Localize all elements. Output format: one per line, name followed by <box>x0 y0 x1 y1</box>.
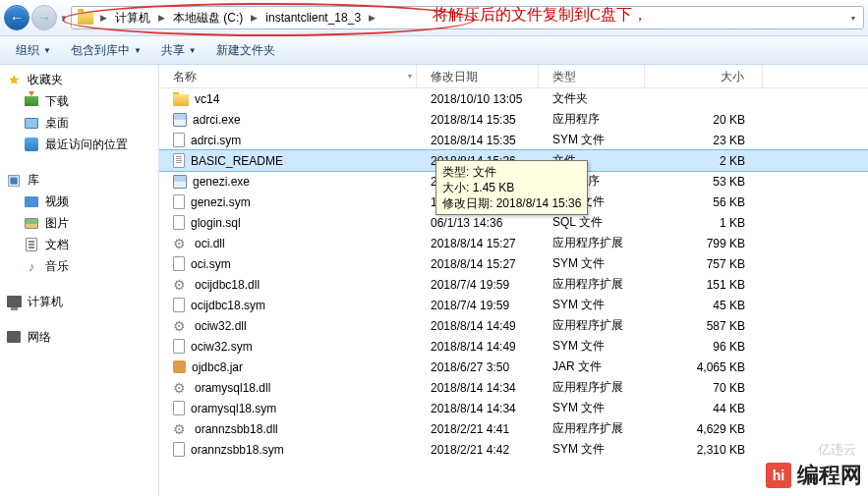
chevron-right-icon[interactable]: ▶ <box>248 13 260 23</box>
organize-button[interactable]: 组织▼ <box>8 39 59 62</box>
sidebar-label: 音乐 <box>45 258 69 275</box>
file-size: 4,629 KB <box>645 422 763 436</box>
network-icon <box>6 329 22 345</box>
file-size: 45 KB <box>645 299 763 312</box>
back-button[interactable]: ← <box>4 5 29 30</box>
breadcrumb-segment[interactable]: 计算机 <box>110 7 155 28</box>
file-name: ociw32.dll <box>195 319 247 333</box>
sidebar-item-downloads[interactable]: 下载 <box>0 90 158 112</box>
file-row[interactable]: oramysql18.dll2018/8/14 14:34应用程序扩展70 KB <box>159 377 868 398</box>
sidebar-label: 图片 <box>45 215 69 232</box>
sidebar-item-computer[interactable]: 计算机 <box>0 291 158 312</box>
sidebar-libraries: ▣库 视频 图片 文档 ♪音乐 <box>0 169 158 277</box>
address-dropdown[interactable]: ▾ <box>845 14 861 23</box>
file-row[interactable]: ociw32.sym2018/8/14 14:49SYM 文件96 KB <box>159 336 868 357</box>
sidebar-item-recent[interactable]: 最近访问的位置 <box>0 134 158 155</box>
file-row[interactable]: oci.sym2018/8/14 15:27SYM 文件757 KB <box>159 253 868 274</box>
file-row[interactable]: ociw32.dll2018/8/14 14:49应用程序扩展587 KB <box>159 315 868 336</box>
forward-button[interactable]: → <box>31 5 57 30</box>
sidebar-network-group: 网络 <box>0 326 158 348</box>
new-folder-button[interactable]: 新建文件夹 <box>208 39 283 62</box>
file-size: 151 KB <box>645 278 763 292</box>
chevron-right-icon[interactable]: ▶ <box>155 13 168 23</box>
file-type: JAR 文件 <box>539 358 645 375</box>
nav-history-dropdown[interactable]: ▼ <box>59 5 69 30</box>
file-type: SYM 文件 <box>539 338 645 355</box>
file-row[interactable]: ocijdbc18.sym2018/7/4 19:59SYM 文件45 KB <box>159 295 868 315</box>
sidebar-favorites: ★收藏夹 下载 桌面 最近访问的位置 <box>0 69 158 155</box>
chevron-right-icon[interactable]: ▶ <box>366 13 378 23</box>
file-row[interactable]: adrci.sym2018/8/14 15:35SYM 文件23 KB <box>159 130 868 150</box>
file-name-cell: ociw32.dll <box>159 318 417 334</box>
file-name-cell: vc14 <box>159 92 417 106</box>
sidebar-item-pictures[interactable]: 图片 <box>0 212 158 234</box>
file-name: ocijdbc18.dll <box>195 278 260 292</box>
file-type: 应用程序扩展 <box>539 379 645 396</box>
file-rows: vc142018/10/10 13:05文件夹adrci.exe2018/8/1… <box>159 88 868 496</box>
file-row[interactable]: oramysql18.sym2018/8/14 14:34SYM 文件44 KB <box>159 398 868 418</box>
sidebar-label: 桌面 <box>45 115 69 132</box>
watermark-text: 编程网 <box>797 461 862 490</box>
tooltip-date: 修改日期: 2018/8/14 15:36 <box>442 195 581 211</box>
file-size: 44 KB <box>645 402 763 415</box>
file-row[interactable]: ocijdbc18.dll2018/7/4 19:59应用程序扩展151 KB <box>159 274 868 295</box>
file-size: 2 KB <box>645 154 763 168</box>
star-icon: ★ <box>6 72 22 87</box>
col-size[interactable]: 大小 <box>645 65 763 87</box>
breadcrumb-segment[interactable]: instantclient_18_3 <box>260 7 366 28</box>
sidebar-item-desktop[interactable]: 桌面 <box>0 112 158 134</box>
file-row[interactable]: glogin.sql06/1/13 14:36SQL 文件1 KB <box>159 212 868 233</box>
col-name[interactable]: 名称▾ <box>159 65 417 87</box>
sidebar-item-documents[interactable]: 文档 <box>0 234 158 255</box>
col-date[interactable]: 修改日期 <box>417 65 539 87</box>
file-name-cell: glogin.sql <box>159 215 417 230</box>
library-icon: ▣ <box>6 172 22 188</box>
file-name-cell: oramysql18.dll <box>159 380 417 396</box>
file-size: 70 KB <box>645 381 763 395</box>
chevron-down-icon: ▼ <box>43 46 51 55</box>
file-size: 757 KB <box>645 257 763 271</box>
file-name-cell: genezi.exe <box>159 175 417 189</box>
col-type[interactable]: 类型 <box>539 65 645 87</box>
chevron-down-icon: ▼ <box>134 46 142 55</box>
dll-icon <box>173 318 189 334</box>
breadcrumb-segment[interactable]: 本地磁盘 (C:) <box>168 7 248 28</box>
file-row[interactable]: adrci.exe2018/8/14 15:35应用程序20 KB <box>159 109 868 130</box>
sidebar-item-music[interactable]: ♪音乐 <box>0 255 158 277</box>
sym-icon <box>173 401 185 415</box>
column-headers: 名称▾ 修改日期 类型 大小 <box>159 65 868 88</box>
file-size: 799 KB <box>645 237 763 250</box>
file-type: SYM 文件 <box>539 441 645 458</box>
sidebar-item-videos[interactable]: 视频 <box>0 191 158 212</box>
sidebar-favorites-header[interactable]: ★收藏夹 <box>0 69 158 90</box>
file-date: 2018/7/4 19:59 <box>417 278 539 292</box>
include-in-library-button[interactable]: 包含到库中▼ <box>63 39 149 62</box>
file-name: ociw32.sym <box>191 340 253 354</box>
file-type: 应用程序扩展 <box>539 235 645 251</box>
sidebar-item-network[interactable]: 网络 <box>0 326 158 348</box>
file-size: 2,310 KB <box>645 443 763 457</box>
file-row[interactable]: orannzsbb18.sym2018/2/21 4:42SYM 文件2,310… <box>159 439 868 460</box>
file-date: 06/1/13 14:36 <box>417 216 539 230</box>
file-row[interactable]: ojdbc8.jar2018/6/27 3:50JAR 文件4,065 KB <box>159 357 868 377</box>
file-size: 23 KB <box>645 134 763 147</box>
file-name-cell: oci.sym <box>159 256 417 271</box>
file-name: genezi.exe <box>193 175 250 189</box>
file-name: ojdbc8.jar <box>192 360 243 374</box>
file-row[interactable]: orannzsbb18.dll2018/2/21 4:41应用程序扩展4,629… <box>159 418 868 439</box>
file-date: 2018/10/10 13:05 <box>417 92 539 106</box>
desktop-icon <box>24 115 39 131</box>
file-name-cell: orannzsbb18.dll <box>159 421 417 437</box>
sym-icon <box>173 256 185 271</box>
chevron-right-icon: ▶ <box>97 13 110 23</box>
file-name: oramysql18.dll <box>195 381 270 395</box>
file-date: 2018/8/14 15:27 <box>417 237 539 250</box>
file-name: vc14 <box>195 92 219 106</box>
file-type: 文件夹 <box>539 90 645 107</box>
file-row[interactable]: oci.dll2018/8/14 15:27应用程序扩展799 KB <box>159 233 868 253</box>
sidebar-libraries-header[interactable]: ▣库 <box>0 169 158 191</box>
file-row[interactable]: vc142018/10/10 13:05文件夹 <box>159 88 868 109</box>
file-size: 96 KB <box>645 340 763 354</box>
file-size: 20 KB <box>645 113 763 127</box>
share-button[interactable]: 共享▼ <box>153 39 204 62</box>
